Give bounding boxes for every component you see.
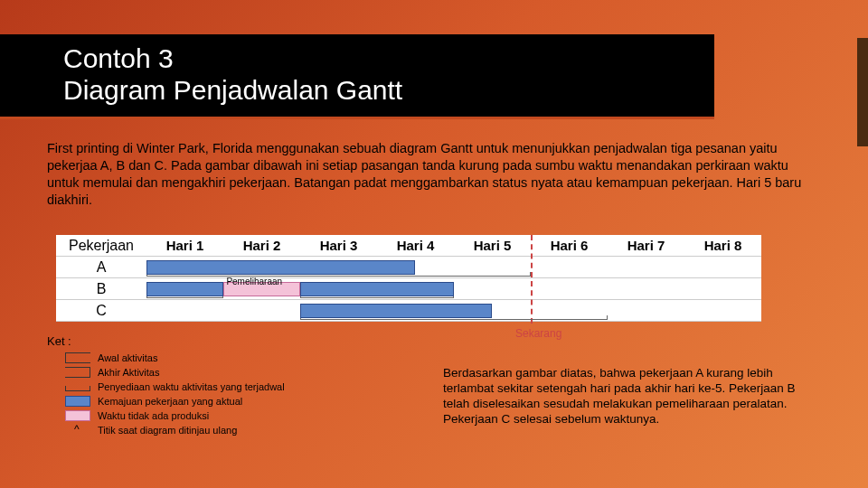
gantt-row-a: A (56, 257, 761, 278)
legend-noprod: Waktu tidak ada produksi (65, 410, 285, 421)
swatch-review-icon (65, 425, 90, 436)
actual-bar-c (300, 304, 492, 318)
legend: Awal aktivitas Akhir Aktivitas Penyediaa… (65, 352, 285, 439)
legend-review-text: Titik saat diagram ditinjau ulang (98, 425, 237, 436)
job-label-c: C (56, 300, 146, 321)
legend-end-text: Akhir Aktivitas (98, 367, 159, 378)
accent-bar (857, 38, 868, 146)
legend-scheduled-text: Penyediaan waktu aktivitas yang terjadwa… (98, 381, 285, 392)
actual-bar-b1 (146, 282, 223, 296)
conclusion-text: Berdasarkan gambar diatas, bahwa pekerja… (443, 366, 805, 427)
maint-label: Pemeliharaan (226, 277, 282, 286)
legend-scheduled: Penyediaan waktu aktivitas yang terjadwa… (65, 381, 285, 392)
legend-end: Akhir Aktivitas (65, 367, 285, 378)
legend-actual: Kemajuan pekerjaan yang aktual (65, 396, 285, 407)
col-job: Pekerjaan (56, 235, 146, 256)
legend-start: Awal aktivitas (65, 352, 285, 363)
legend-noprod-text: Waktu tidak ada produksi (98, 410, 209, 421)
col-day-3: Hari 3 (300, 235, 377, 256)
col-day-2: Hari 2 (223, 235, 300, 256)
track-b: Pemeliharaan (146, 278, 761, 299)
track-a (146, 257, 761, 277)
gantt-chart: Pekerjaan Hari 1 Hari 2 Hari 3 Hari 4 Ha… (56, 235, 761, 322)
gantt-header: Pekerjaan Hari 1 Hari 2 Hari 3 Hari 4 Ha… (56, 235, 761, 257)
col-day-6: Hari 6 (531, 235, 608, 256)
swatch-noprod-icon (65, 410, 90, 421)
title-line-2: Diagram Penjadwalan Gantt (63, 75, 402, 105)
slide-title: Contoh 3 Diagram Penjadwalan Gantt (63, 43, 714, 106)
legend-start-text: Awal aktivitas (98, 352, 157, 363)
track-c (146, 300, 761, 321)
legend-heading: Ket : (47, 334, 71, 348)
intro-paragraph: First printing di Winter Park, Florida m… (47, 140, 821, 208)
swatch-start-icon (65, 352, 90, 363)
legend-actual-text: Kemajuan pekerjaan yang aktual (98, 396, 242, 407)
col-day-7: Hari 7 (608, 235, 684, 256)
swatch-actual-icon (65, 396, 90, 407)
swatch-end-icon (65, 367, 90, 378)
job-label-b: B (56, 278, 146, 299)
col-day-1: Hari 1 (146, 235, 223, 256)
col-day-5: Hari 5 (454, 235, 531, 256)
col-day-8: Hari 8 (684, 235, 761, 256)
actual-bar-a (146, 260, 415, 275)
actual-bar-b2 (300, 282, 454, 296)
gantt-row-b: B Pemeliharaan (56, 278, 761, 300)
gantt-row-c: C (56, 300, 761, 322)
legend-review: Titik saat diagram ditinjau ulang (65, 425, 285, 436)
title-band: Contoh 3 Diagram Penjadwalan Gantt (0, 34, 714, 119)
now-label: Sekarang (515, 327, 561, 340)
col-day-4: Hari 4 (377, 235, 454, 256)
job-label-a: A (56, 257, 146, 277)
swatch-scheduled-icon (65, 386, 90, 391)
title-line-1: Contoh 3 (63, 43, 174, 73)
